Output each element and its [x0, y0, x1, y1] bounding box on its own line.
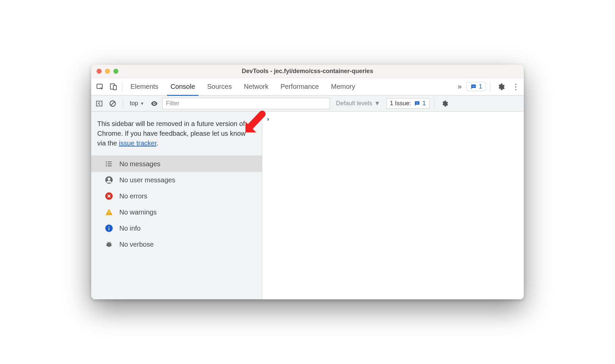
category-warnings[interactable]: No warnings — [91, 204, 262, 220]
svg-rect-13 — [108, 166, 112, 166]
category-label: No errors — [119, 192, 147, 200]
category-user-messages[interactable]: No user messages — [91, 172, 262, 188]
issues-count: 1 — [423, 100, 426, 107]
svg-rect-4 — [97, 101, 102, 106]
svg-rect-17 — [109, 211, 109, 213]
bug-icon — [105, 240, 113, 249]
svg-rect-20 — [109, 228, 109, 230]
tab-performance[interactable]: Performance — [275, 78, 325, 96]
svg-line-6 — [111, 102, 115, 105]
inspect-icon[interactable] — [93, 80, 107, 94]
issues-count: 1 — [479, 83, 482, 90]
window-controls — [91, 69, 118, 74]
svg-rect-11 — [108, 164, 112, 164]
console-settings-icon[interactable] — [439, 98, 450, 109]
svg-point-8 — [106, 161, 107, 162]
device-toggle-icon[interactable] — [107, 80, 120, 94]
svg-rect-18 — [109, 214, 109, 215]
console-sidebar: This sidebar will be removed in a future… — [91, 112, 262, 299]
category-label: No user messages — [119, 176, 175, 184]
svg-rect-9 — [108, 162, 112, 162]
svg-rect-21 — [109, 226, 109, 227]
tab-memory[interactable]: Memory — [325, 78, 361, 96]
category-label: No messages — [119, 160, 160, 168]
devtools-window: DevTools - jec.fyi/demo/css-container-qu… — [91, 65, 524, 299]
error-icon — [105, 192, 113, 200]
issues-box[interactable]: 1 Issue: 1 — [386, 98, 430, 109]
settings-icon[interactable] — [494, 80, 508, 94]
svg-point-15 — [108, 178, 110, 180]
info-icon — [105, 224, 113, 233]
divider — [123, 99, 123, 109]
category-label: No info — [119, 225, 141, 232]
issues-label: 1 Issue: — [390, 100, 411, 107]
issues-badge[interactable]: 1 — [466, 82, 486, 91]
svg-point-10 — [106, 163, 107, 164]
list-icon — [105, 160, 113, 168]
warning-icon — [105, 208, 113, 217]
divider — [490, 82, 490, 92]
window-title: DevTools - jec.fyi/demo/css-container-qu… — [91, 68, 524, 75]
log-levels-selector[interactable]: Default levels ▼ — [333, 100, 384, 107]
toggle-sidebar-icon[interactable] — [94, 98, 105, 109]
live-expression-icon[interactable] — [149, 98, 160, 109]
filter-field[interactable] — [166, 100, 326, 107]
category-verbose[interactable]: No verbose — [91, 236, 262, 252]
user-icon — [105, 176, 113, 184]
console-output[interactable]: › — [262, 112, 524, 299]
console-toolbar: top ▼ Default levels ▼ 1 Issue: 1 — [91, 96, 524, 112]
tab-network[interactable]: Network — [238, 78, 274, 96]
category-list: No messages No user messages No errors — [91, 156, 262, 252]
divider — [122, 82, 122, 92]
tab-console[interactable]: Console — [164, 78, 201, 96]
svg-rect-2 — [113, 85, 116, 90]
tab-elements[interactable]: Elements — [124, 78, 164, 96]
issue-tracker-link[interactable]: issue tracker — [119, 139, 156, 147]
category-info[interactable]: No info — [91, 220, 262, 236]
zoom-icon[interactable] — [113, 69, 118, 74]
main-area: This sidebar will be removed in a future… — [91, 112, 524, 299]
tabs-bar: Elements Console Sources Network Perform… — [91, 78, 524, 96]
svg-rect-3 — [472, 86, 475, 86]
notice-text-end: . — [157, 139, 159, 147]
svg-point-12 — [106, 165, 107, 166]
more-tabs-icon[interactable]: » — [455, 82, 464, 91]
svg-rect-7 — [416, 103, 418, 103]
minimize-icon[interactable] — [105, 69, 110, 74]
divider — [434, 99, 435, 109]
prompt-icon: › — [267, 115, 269, 122]
dropdown-icon: ▼ — [140, 101, 144, 106]
category-errors[interactable]: No errors — [91, 188, 262, 204]
category-label: No verbose — [119, 241, 154, 248]
deprecation-notice: This sidebar will be removed in a future… — [91, 112, 262, 156]
context-selector[interactable]: top ▼ — [128, 100, 146, 107]
close-icon[interactable] — [97, 69, 102, 74]
menu-icon[interactable]: ⋮ — [510, 82, 522, 92]
dropdown-icon: ▼ — [374, 100, 380, 107]
tabs: Elements Console Sources Network Perform… — [124, 78, 361, 96]
tab-sources[interactable]: Sources — [201, 78, 238, 96]
category-messages[interactable]: No messages — [91, 156, 262, 172]
filter-input[interactable] — [162, 98, 330, 109]
context-label: top — [130, 100, 138, 107]
clear-console-icon[interactable] — [107, 98, 118, 109]
titlebar: DevTools - jec.fyi/demo/css-container-qu… — [91, 65, 524, 78]
levels-label: Default levels — [336, 100, 372, 107]
category-label: No warnings — [119, 208, 157, 216]
